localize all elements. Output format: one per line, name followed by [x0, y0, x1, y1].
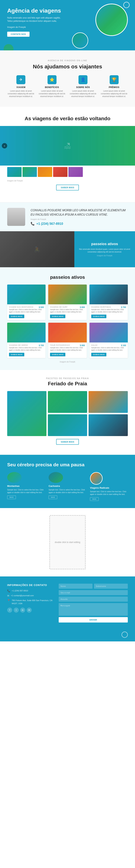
- feature-awards-title: PRÊMIOS: [100, 86, 128, 89]
- beach-image-2: [48, 391, 87, 413]
- brain-title: Seu cérebro precisa de uma pausa: [7, 462, 128, 468]
- tour-body-3: $ 700 VIAGENS MARÍTIMAS Sample text. Cli…: [90, 304, 128, 320]
- about-icon: 👤: [78, 75, 88, 84]
- phone-icon: 📞: [31, 222, 35, 225]
- brain-image-1: [7, 472, 22, 483]
- tour-body-6: $ 100 AULAS Sample text. Click to select…: [90, 342, 128, 358]
- tours-grid: $ 500 VIAGEM NAS MONTANHAS Sample text. …: [7, 284, 128, 358]
- social-twitter[interactable]: t: [14, 608, 19, 613]
- send-button[interactable]: ENVIAR: [59, 617, 128, 622]
- hero-circle-small: [72, 32, 88, 49]
- beach-image-4: [48, 414, 87, 436]
- brain-card-1: Montanhas Sample text. Click to select t…: [7, 472, 45, 501]
- feature-travel: ✈ VIAGEM Lorem ipsum dolor sit amet cons…: [7, 75, 35, 98]
- tour-desc-1: Sample text. Click to select the text bo…: [9, 308, 44, 313]
- active-banner-bg: 🚴 passeios ativos Nisi venenatis lorem t…: [0, 231, 135, 267]
- first-name-input[interactable]: [59, 584, 93, 589]
- thumb-1[interactable]: [7, 167, 22, 177]
- beach-image-3: [89, 391, 128, 413]
- thumb-2[interactable]: [23, 167, 37, 177]
- tour-book-button-1[interactable]: SAIBAS MAIS: [9, 315, 24, 318]
- tour-image-1: [7, 284, 45, 304]
- subject-input[interactable]: [59, 597, 128, 602]
- brain-image-2: [48, 472, 63, 483]
- active-banner: 🚴 passeios ativos Nisi venenatis lorem t…: [0, 231, 135, 267]
- phone-footer-icon: 📞: [7, 589, 10, 592]
- brain-card-desc-2: Sample text. Click to select the text bo…: [48, 489, 87, 494]
- social-email[interactable]: ✉: [27, 608, 32, 613]
- agency-subtitle: AGÊNCIA DE VIAGENS ON-LINE: [7, 59, 128, 62]
- brain-section: Seu cérebro precisa de uma pausa Montanh…: [0, 455, 135, 508]
- tour-category-5: TOUR FOTOGRÁFICO: [50, 344, 85, 346]
- thumb-3[interactable]: [38, 167, 52, 177]
- tour-book-button-6[interactable]: SAIBAS MAIS: [91, 353, 107, 356]
- edit-section: double click to start editing: [0, 508, 135, 577]
- phone-number-text: +1 (234) 567-8910: [36, 222, 63, 225]
- last-name-input[interactable]: [94, 584, 128, 589]
- social-icons: f t in ✉: [7, 608, 53, 613]
- contact-footer-phone: +1 (234) 567-8910: [12, 589, 28, 592]
- tour-body-5: $ 900 TOUR FOTOGRÁFICO Sample text. Clic…: [48, 342, 87, 358]
- tour-price-6: $ 100: [121, 344, 126, 346]
- tour-price-5: $ 900: [80, 344, 85, 346]
- tour-price-1: $ 500: [39, 306, 44, 308]
- active-banner-desc: Nisi venenatis lorem tincidunt quam. Lor…: [78, 248, 132, 253]
- brain-button-1[interactable]: MAIS: [7, 495, 16, 499]
- active-tours-section: passeios ativos $ 500 VIAGEM NAS MONTANH…: [0, 267, 135, 370]
- tour-card-1: $ 500 VIAGEM NAS MONTANHAS Sample text. …: [7, 284, 45, 320]
- social-facebook[interactable]: f: [7, 608, 12, 613]
- tour-image-3: [90, 284, 128, 304]
- brain-card-3: Viagens Radicais Sample text. Click to s…: [90, 472, 128, 501]
- tour-desc-2: Sample text. Click to select the text bo…: [50, 308, 85, 313]
- tour-category-4: VIAGENS DE VERÃO: [9, 344, 44, 346]
- thumb-4[interactable]: [53, 167, 67, 177]
- beach-img-inner-5: [89, 414, 128, 436]
- edit-placeholder[interactable]: double click to start editing: [49, 515, 86, 569]
- contact-footer-address: 795 Folsom Ave, Suite 600 San Francisco,…: [12, 599, 53, 605]
- feature-travel-desc: Lorem ipsum dolor sit amet consectetur a…: [7, 90, 35, 98]
- summer-title: As viagens de verão estão voltando: [0, 116, 135, 122]
- brain-card-2: Cachoeira Sample text. Click to select t…: [48, 472, 87, 501]
- tour-book-button-4[interactable]: SAIBAS MAIS: [9, 353, 24, 356]
- tour-image-5: [48, 323, 87, 342]
- travel-icon: ✈: [16, 75, 25, 84]
- tour-book-button-5[interactable]: SAIBAS MAIS: [50, 353, 65, 356]
- thumb-5[interactable]: [68, 167, 83, 177]
- message-textarea[interactable]: [59, 603, 128, 616]
- benefits-icon: ⭐: [47, 75, 57, 84]
- tour-book-button-3[interactable]: SAIBAS MAIS: [91, 315, 107, 318]
- brain-button-2[interactable]: MAIS: [48, 495, 57, 499]
- tour-book-button-2[interactable]: SAIBAS MAIS: [50, 315, 65, 318]
- tours-source: Imagem de Freepik: [7, 361, 128, 363]
- contact-strip: CONVALLIS POSUERE MORBI LEO URNA MOLESTI…: [0, 203, 135, 231]
- contact-button[interactable]: CONTATE NOS: [7, 32, 30, 37]
- brain-button-3[interactable]: MAIS: [90, 497, 99, 501]
- contact-footer-left: informações de contato 📞 +1 (234) 567-89…: [7, 584, 53, 622]
- brain-card-desc-1: Sample text. Click to select the text bo…: [7, 489, 45, 494]
- active-banner-image: 🚴: [0, 231, 74, 267]
- beach-more-button[interactable]: SABER MAIS: [56, 439, 79, 445]
- email-input[interactable]: [59, 590, 128, 595]
- brain-card-title-1: Montanhas: [7, 485, 45, 487]
- social-linkedin[interactable]: in: [20, 608, 25, 613]
- feature-about-title: SOBRE NÓS: [69, 86, 97, 89]
- slider-prev-arrow[interactable]: ‹: [2, 143, 7, 149]
- feature-travel-title: VIAGEM: [7, 86, 35, 89]
- hero-bottom-dot: [4, 44, 13, 51]
- brain-card-desc-3: Sample text. Click to select the text bo…: [90, 490, 128, 496]
- beach-img-inner-1: [7, 391, 46, 436]
- contact-phone: 📞 +1 (234) 567-8910: [31, 222, 128, 226]
- active-banner-content: passeios ativos Nisi venenatis lorem tin…: [74, 231, 135, 267]
- contact-footer-form: ENVIAR: [59, 584, 128, 622]
- contact-person-image: [7, 208, 25, 226]
- tour-body-2: $ 800 VIAGENS DE SURF Sample text. Click…: [48, 304, 87, 320]
- summer-more-button[interactable]: SABER MAIS: [56, 185, 79, 190]
- contact-phone-item: 📞 +1 (234) 567-8910: [7, 589, 53, 592]
- contact-footer-title: informações de contato: [7, 584, 53, 587]
- edit-placeholder-text: double click to start editing: [55, 541, 80, 544]
- tour-desc-4: Sample text. Click to select the text bo…: [9, 347, 44, 351]
- beach-grid: [7, 391, 128, 436]
- brain-card-title-3: Viagens Radicais: [90, 487, 128, 489]
- feature-awards: 🏆 PRÊMIOS Lorem ipsum dolor sit amet con…: [100, 75, 128, 98]
- footer-bottom-dot: [122, 631, 128, 638]
